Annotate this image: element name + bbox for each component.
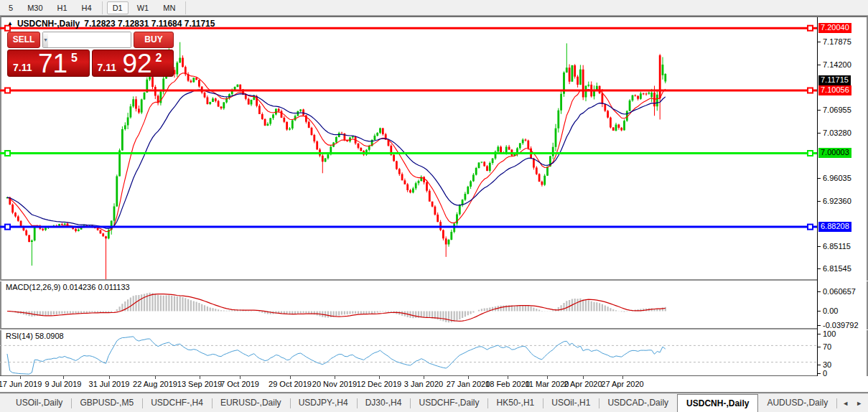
time-axis-tick xyxy=(508,376,508,379)
chart-tab-usdchf-h4[interactable]: USDCHF-,H4 xyxy=(142,394,212,412)
price-badge-7.20040: 7.20040 xyxy=(818,23,851,33)
time-axis-tick xyxy=(547,376,548,379)
indicator-axis-label: 70 xyxy=(823,342,831,352)
chart-tab-usdcnh-daily[interactable]: USDCNH-,Daily xyxy=(677,394,758,412)
price-badge-7.11715: 7.11715 xyxy=(818,75,851,85)
time-axis-tick xyxy=(335,376,335,379)
chart-tab-usdchf-daily[interactable]: USDCHF-,Daily xyxy=(410,394,487,412)
chart-tab-dj30-h4[interactable]: DJ30-,H4 xyxy=(357,394,411,412)
chart-tab-usdcad-daily[interactable]: USDCAD-,Daily xyxy=(599,394,677,412)
time-axis-tick xyxy=(379,376,380,379)
rsi-line xyxy=(7,337,666,374)
chart-tab-usoil-h1[interactable]: USOil-,H1 xyxy=(543,394,599,412)
price-axis-label: 6.85115 xyxy=(823,242,851,251)
chart-tab-gbpusd-m5[interactable]: GBPUSD-,M5 xyxy=(71,394,142,412)
time-axis[interactable]: 17 Jun 20199 Jul 201931 Jul 201922 Aug 2… xyxy=(0,376,868,392)
timeframe-button-5[interactable]: 5 xyxy=(3,1,19,14)
time-axis-tick xyxy=(468,376,469,379)
chart-tab-eurusd-daily[interactable]: EURUSD-,Daily xyxy=(212,394,290,412)
volume-stepper: ▼ ▲ xyxy=(42,32,131,48)
hline-handle[interactable] xyxy=(5,151,10,156)
hline-handle[interactable] xyxy=(808,225,813,230)
time-axis-label: 22 Aug 2019 xyxy=(133,380,177,388)
timeframe-button-D1[interactable]: D1 xyxy=(107,1,129,14)
timeframe-button-H4[interactable]: H4 xyxy=(76,1,98,14)
timeframe-button-H1[interactable]: H1 xyxy=(52,1,73,14)
time-axis-tick xyxy=(424,376,424,379)
macd-indicator-label: MACD(12,26,9) 0.014236 0.011133 xyxy=(6,283,130,291)
time-axis-tick xyxy=(290,376,291,379)
rsi-indicator-canvas xyxy=(0,329,817,375)
time-axis-label: 9 Jul 2019 xyxy=(45,380,82,388)
time-axis-tick xyxy=(155,376,156,379)
chart-title: ▲ USDCNH-,Daily 7.12823 7.12831 7.11684 … xyxy=(7,19,215,29)
toolbar-separator xyxy=(185,1,186,14)
rsi-indicator-label: RSI(14) 58.0908 xyxy=(6,332,64,340)
price-axis-label: 6.81545 xyxy=(823,264,851,273)
tab-scroll-right-icon[interactable]: ► xyxy=(856,400,862,407)
indicator-axis-label: 100 xyxy=(823,329,836,339)
chart-tab-hk50-h1[interactable]: HK50-,H1 xyxy=(488,394,543,412)
price-axis-label: 6.92360 xyxy=(823,197,851,206)
time-axis-label: 13 Sep 2019 xyxy=(177,380,222,388)
sell-price-sup: 5 xyxy=(71,52,78,65)
chart-tab-audusd-daily[interactable]: AUDUSD-,Daily xyxy=(758,394,836,412)
timeframe-button-M30[interactable]: M30 xyxy=(22,1,48,14)
indicator-axis-tick xyxy=(818,347,821,347)
buy-price-big: 92 xyxy=(123,50,152,77)
price-axis-label: 6.96035 xyxy=(823,174,851,183)
indicator-axis-label: 0 xyxy=(823,369,827,378)
time-axis-tick xyxy=(240,376,241,379)
price-axis-tick xyxy=(818,178,821,179)
price-axis-label: 7.17875 xyxy=(823,37,851,47)
time-axis-label: 12 Dec 2019 xyxy=(357,380,401,388)
indicator-axis-tick xyxy=(818,365,821,365)
bear-candle-wicks xyxy=(10,54,660,279)
price-axis[interactable]: 7.178757.142007.069557.032806.960356.923… xyxy=(817,17,867,376)
price-axis-tick xyxy=(818,110,821,111)
time-axis-label: 17 Jun 2019 xyxy=(0,380,42,388)
indicator-axis-label: 0.060657 xyxy=(823,287,856,296)
tab-scroll-arrows: ◄► xyxy=(836,394,868,412)
volume-input[interactable] xyxy=(48,32,131,47)
hline-handle[interactable] xyxy=(808,88,813,93)
sell-price-display[interactable]: 7.11 71 5 xyxy=(7,50,90,77)
indicator-axis-label: 0.00 xyxy=(823,306,838,316)
indicator-axis-tick xyxy=(818,325,821,326)
sell-button[interactable]: SELL xyxy=(7,32,40,48)
price-axis-label: 7.03280 xyxy=(823,128,851,138)
hline-handle[interactable] xyxy=(808,151,813,156)
one-click-panel-toggle-icon[interactable]: ▲ xyxy=(7,20,13,27)
hline-handle[interactable] xyxy=(5,225,10,230)
price-axis-label: 7.06955 xyxy=(823,106,851,115)
tab-scroll-left-icon[interactable]: ◄ xyxy=(842,400,849,407)
time-axis-label: 3 Jan 2020 xyxy=(404,380,443,388)
price-axis-tick xyxy=(818,42,821,42)
buy-price-sup: 2 xyxy=(156,52,162,65)
timeframe-toolbar: 5M30H1H4D1W1MN xyxy=(0,0,868,16)
price-badge-6.88208: 6.88208 xyxy=(818,222,851,232)
time-axis-label: 20 Nov 2019 xyxy=(312,380,357,388)
macd-signal-line xyxy=(7,294,666,322)
price-badge-7.00003: 7.00003 xyxy=(818,148,851,158)
price-axis-tick xyxy=(818,133,821,134)
timeframe-button-MN[interactable]: MN xyxy=(157,1,181,14)
time-axis-label: 31 Jul 2019 xyxy=(89,380,130,388)
volume-decrease-button[interactable]: ▼ xyxy=(43,32,48,47)
price-axis-tick xyxy=(818,65,821,65)
timeframe-button-W1[interactable]: W1 xyxy=(131,1,155,14)
time-axis-label: 27 Jan 2020 xyxy=(447,380,490,388)
time-axis-label: 11 Mar 2020 xyxy=(526,380,569,388)
toolbar-separator xyxy=(102,1,103,14)
indicator-axis-tick xyxy=(818,334,821,334)
chart-window: ▲ USDCNH-,Daily 7.12823 7.12831 7.11684 … xyxy=(0,16,868,393)
hline-handle[interactable] xyxy=(808,26,813,31)
indicator-axis-tick xyxy=(818,291,821,292)
price-axis-tick xyxy=(818,201,821,202)
hline-handle[interactable] xyxy=(5,88,10,93)
buy-price-display[interactable]: 7.11 92 2 xyxy=(92,50,174,77)
price-badge-7.10056: 7.10056 xyxy=(818,85,851,95)
chart-tab-usoil-daily[interactable]: USOil-,Daily xyxy=(7,394,71,412)
buy-button[interactable]: BUY xyxy=(134,32,174,48)
chart-tab-usdjpy-h4[interactable]: USDJPY-,H4 xyxy=(290,394,357,412)
